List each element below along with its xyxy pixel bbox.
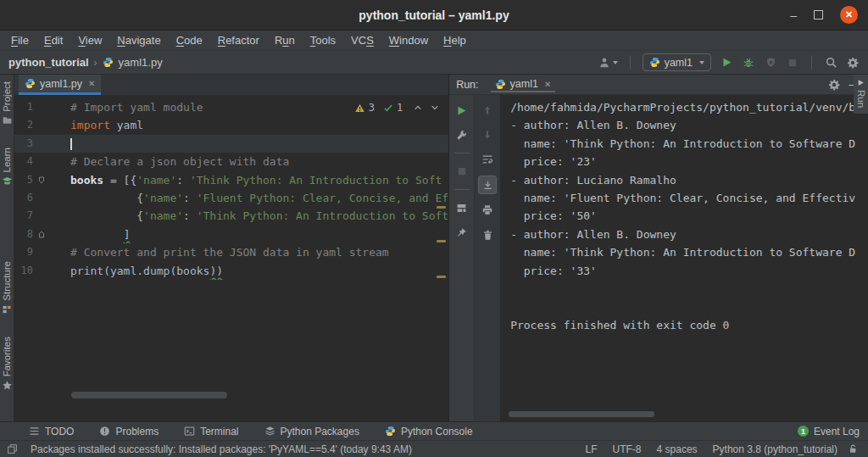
line-separator-indicator[interactable]: LF [586, 443, 598, 455]
tool-window-button-terminal[interactable]: Terminal [184, 426, 238, 437]
menu-view[interactable]: View [70, 34, 109, 47]
code-text: print(yaml.dump(books)) [70, 262, 448, 280]
run-button[interactable] [720, 54, 733, 71]
tool-window-bar: TODOProblemsTerminalPython PackagesPytho… [0, 421, 868, 440]
stripe-tab-favorites[interactable]: Favorites [2, 337, 13, 391]
stop-icon[interactable] [455, 163, 469, 180]
restore-layout-icon[interactable] [455, 199, 469, 216]
code-editor[interactable]: 3 1 1# Import yaml module2import yaml34#… [14, 95, 448, 421]
user-profile-button[interactable] [598, 54, 618, 71]
close-button[interactable]: ✕ [840, 6, 858, 24]
stop-button[interactable] [786, 54, 799, 71]
minimize-button[interactable]: – [790, 11, 797, 20]
settings-button[interactable] [846, 54, 860, 71]
close-icon[interactable]: ✕ [544, 80, 551, 89]
menu-run[interactable]: Run [267, 34, 303, 47]
tool-window-button-todo[interactable]: TODO [29, 426, 74, 437]
code-line[interactable]: 4# Declare a json object with data [14, 153, 448, 170]
search-everywhere-button[interactable] [824, 54, 837, 71]
code-line[interactable]: 9# Convert and print the JSON data in ya… [14, 243, 448, 261]
console-output[interactable]: /home/fahmida/PycharmProjects/python_tut… [500, 95, 868, 421]
code-line[interactable]: 7 {'name': 'Think Python: An Introductio… [14, 207, 448, 225]
close-icon[interactable]: ✕ [88, 79, 95, 88]
event-log-button[interactable]: 1 Event Log [798, 426, 860, 437]
tool-window-button-problems[interactable]: Problems [99, 426, 159, 437]
menu-bar: FileEditViewNavigateCodeRefactorRunTools… [0, 31, 868, 51]
code-line[interactable]: 5books = [{'name': 'Think Python: An Int… [14, 171, 448, 189]
code-line[interactable]: 8 ] [14, 226, 448, 243]
interpreter-indicator[interactable]: Python 3.8 (python_tutorial) [713, 443, 837, 455]
scroll-end-icon[interactable] [478, 176, 497, 194]
event-log-label: Event Log [814, 426, 860, 437]
menu-window[interactable]: Window [381, 34, 436, 47]
menu-vcs[interactable]: VCS [343, 34, 381, 47]
stripe-tab-structure[interactable]: Structure [2, 261, 12, 315]
inspections-widget[interactable]: 3 1 [349, 99, 442, 116]
error-stripe-mark[interactable] [437, 240, 446, 242]
line-number: 2 [14, 116, 33, 134]
lock-icon[interactable] [846, 441, 860, 457]
arrow-up-icon[interactable] [481, 102, 494, 119]
run-stripe-tab[interactable]: Run [854, 75, 868, 114]
todo-icon [29, 426, 40, 437]
editor-tab-yaml1[interactable]: yaml1.py ✕ [19, 75, 101, 95]
run-play-icon [857, 79, 865, 86]
status-message[interactable]: Packages installed successfully: Install… [31, 443, 412, 455]
menu-tools[interactable]: Tools [303, 34, 343, 47]
console-line: - author: Allen B. Downey [510, 116, 868, 134]
code-token: # Declare a json object with data [70, 155, 289, 168]
breadcrumb-project[interactable]: python_tutorial [8, 56, 89, 69]
pin-icon[interactable] [455, 224, 469, 241]
encoding-indicator[interactable]: UTF-8 [613, 443, 642, 455]
run-config-selector[interactable]: yaml1 [643, 53, 711, 71]
menu-code[interactable]: Code [169, 34, 210, 47]
console-horizontal-scrollbar[interactable] [509, 411, 654, 417]
arrow-down-icon[interactable] [481, 126, 494, 143]
code-token: = [{ [103, 174, 136, 187]
run-tab-yaml1[interactable]: yaml1 ✕ [491, 76, 556, 92]
code-token: 'name' [143, 209, 183, 222]
maximize-button[interactable] [814, 10, 823, 20]
user-icon [598, 57, 610, 69]
tool-window-switcher-icon[interactable] [5, 441, 19, 457]
indent-indicator[interactable]: 4 spaces [657, 443, 698, 455]
stripe-tab-learn[interactable]: Learn [2, 148, 13, 187]
stripe-tab-project[interactable]: Project [2, 81, 13, 125]
tool-window-button-python-console[interactable]: Python Console [385, 426, 473, 437]
menu-refactor[interactable]: Refactor [210, 34, 267, 47]
error-stripe-mark[interactable] [437, 206, 446, 209]
clear-icon[interactable] [481, 226, 494, 243]
run-settings-button[interactable] [827, 76, 841, 93]
code-text: books = [{'name': 'Think Python: An Intr… [70, 171, 448, 189]
breadcrumb-separator-icon: › [94, 57, 97, 69]
code-token: ] [124, 228, 131, 241]
print-icon[interactable] [481, 202, 494, 219]
rerun-icon[interactable] [455, 102, 469, 119]
next-problem-icon[interactable] [428, 99, 442, 116]
menu-file[interactable]: File [3, 34, 36, 47]
run-panel-header: Run: yaml1 ✕ — [449, 75, 868, 95]
wrench-icon[interactable] [455, 126, 469, 143]
menu-navigate[interactable]: Navigate [109, 34, 168, 47]
code-line[interactable]: 2import yaml [14, 116, 448, 134]
menu-edit[interactable]: Edit [36, 34, 70, 47]
tool-window-button-python-packages[interactable]: Python Packages [264, 426, 359, 437]
code-line[interactable]: 10print(yaml.dump(books)) [14, 262, 448, 280]
console-line: price: '50' [510, 207, 868, 225]
menu-help[interactable]: Help [436, 34, 474, 47]
stripe-tab-label: Structure [2, 261, 12, 301]
learn-icon [2, 176, 13, 187]
code-text: # Convert and print the JSON data in yam… [70, 243, 448, 261]
soft-wrap-icon[interactable] [481, 151, 494, 168]
error-stripe-mark[interactable] [437, 276, 446, 278]
breadcrumb-file[interactable]: yaml1.py [119, 56, 163, 69]
structure-icon [2, 304, 12, 315]
code-line[interactable]: 3 [14, 135, 448, 153]
code-line[interactable]: 6 {'name': 'Fluent Python: Clear, Concis… [14, 189, 448, 207]
run-main-toolbar [449, 95, 475, 421]
chevron-down-icon [699, 61, 704, 64]
prev-problem-icon[interactable] [411, 99, 425, 116]
editor-horizontal-scrollbar[interactable] [71, 392, 227, 398]
coverage-button[interactable] [764, 54, 777, 71]
debug-button[interactable] [742, 54, 755, 71]
